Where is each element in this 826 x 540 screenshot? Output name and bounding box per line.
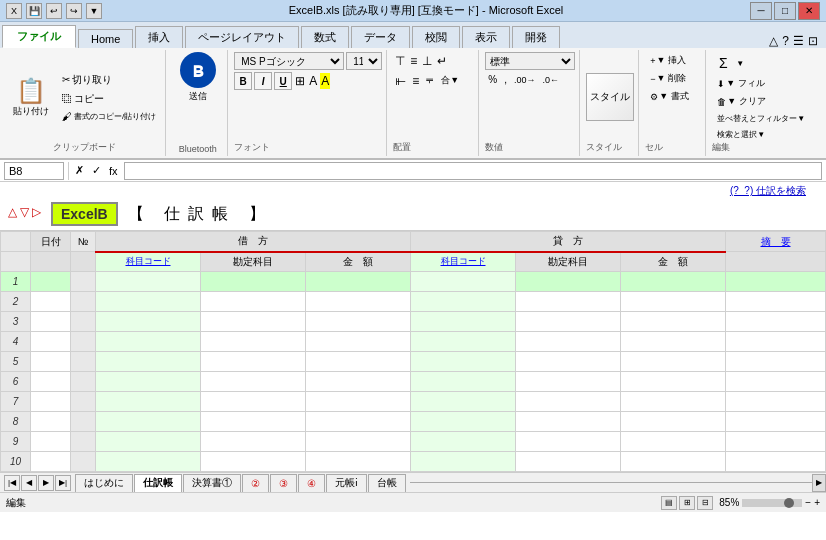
- fill-color-icon[interactable]: A: [320, 73, 330, 89]
- sheet-tab-はじめに[interactable]: はじめに: [75, 474, 133, 492]
- cut-button[interactable]: ✂ 切り取り: [57, 71, 161, 89]
- sheet-tab-②[interactable]: ②: [242, 474, 269, 492]
- align-right-icon[interactable]: ⫧: [422, 72, 438, 90]
- summary-cell[interactable]: [726, 272, 826, 292]
- save-icon[interactable]: 💾: [26, 3, 42, 19]
- debit-amount-cell[interactable]: [306, 312, 411, 332]
- credit-amount-cell[interactable]: [621, 372, 726, 392]
- debit-account-cell[interactable]: [201, 432, 306, 452]
- debit-header[interactable]: 借 方: [96, 232, 411, 252]
- debit-amount-cell[interactable]: [306, 412, 411, 432]
- no-cell[interactable]: [71, 292, 96, 312]
- tab-insert[interactable]: 挿入: [135, 26, 183, 48]
- page-break-view-button[interactable]: ⊟: [697, 496, 713, 510]
- debit-account-cell[interactable]: [201, 332, 306, 352]
- debit-account-cell[interactable]: [201, 452, 306, 472]
- credit-amount-cell[interactable]: [621, 332, 726, 352]
- percent-icon[interactable]: %: [485, 72, 500, 87]
- summary-cell[interactable]: [726, 352, 826, 372]
- credit-amount-cell[interactable]: [621, 412, 726, 432]
- confirm-formula-button[interactable]: ✓: [90, 164, 103, 177]
- credit-account-cell[interactable]: [516, 432, 621, 452]
- credit-amount-cell[interactable]: [621, 272, 726, 292]
- debit-code-cell[interactable]: [96, 272, 201, 292]
- debit-code-cell[interactable]: [96, 372, 201, 392]
- cell-reference-input[interactable]: [4, 162, 64, 180]
- decrease-decimal-icon[interactable]: .0←: [539, 73, 562, 87]
- summary-cell[interactable]: [726, 372, 826, 392]
- font-color-icon[interactable]: A: [308, 73, 318, 89]
- function-button[interactable]: fx: [107, 165, 120, 177]
- sheet-tab-③[interactable]: ③: [270, 474, 297, 492]
- page-layout-view-button[interactable]: ⊞: [679, 496, 695, 510]
- credit-code-cell[interactable]: [411, 272, 516, 292]
- debit-code-cell[interactable]: [96, 292, 201, 312]
- summary-cell[interactable]: [726, 452, 826, 472]
- debit-code-header[interactable]: 科目コード: [96, 252, 201, 272]
- align-middle-icon[interactable]: ≡: [408, 52, 419, 70]
- credit-account-cell[interactable]: [516, 352, 621, 372]
- align-left-icon[interactable]: ⫦: [393, 72, 409, 90]
- credit-account-cell[interactable]: [516, 412, 621, 432]
- date-cell[interactable]: [31, 292, 71, 312]
- find-select-button[interactable]: 検索と選択▼: [712, 127, 810, 142]
- window-restore-icon[interactable]: ⊡: [808, 34, 818, 48]
- credit-amount-cell[interactable]: [621, 312, 726, 332]
- sum-button[interactable]: Σ: [712, 52, 734, 74]
- sheet-tab-台帳[interactable]: 台帳: [368, 474, 406, 492]
- date-cell[interactable]: [31, 432, 71, 452]
- credit-account-cell[interactable]: [516, 332, 621, 352]
- date-cell[interactable]: [31, 272, 71, 292]
- debit-amount-header[interactable]: 金 額: [306, 252, 411, 272]
- debit-code-cell[interactable]: [96, 392, 201, 412]
- credit-account-cell[interactable]: [516, 452, 621, 472]
- debit-account-cell[interactable]: [201, 272, 306, 292]
- debit-code-cell[interactable]: [96, 452, 201, 472]
- style-button[interactable]: スタイル: [586, 73, 634, 121]
- date-cell[interactable]: [31, 392, 71, 412]
- sheet-nav-prev[interactable]: ◀: [21, 475, 37, 491]
- zoom-plus-button[interactable]: +: [814, 497, 820, 508]
- minimize-button[interactable]: ─: [750, 2, 772, 20]
- dropdown-icon[interactable]: ▼: [86, 3, 102, 19]
- credit-code-cell[interactable]: [411, 312, 516, 332]
- debit-account-cell[interactable]: [201, 352, 306, 372]
- sort-down-arrow[interactable]: ▽: [20, 205, 29, 219]
- summary-cell[interactable]: [726, 292, 826, 312]
- zoom-slider[interactable]: [742, 499, 802, 507]
- italic-button[interactable]: I: [254, 72, 272, 90]
- summary-cell[interactable]: [726, 332, 826, 352]
- debit-code-cell[interactable]: [96, 352, 201, 372]
- bold-button[interactable]: B: [234, 72, 252, 90]
- debit-amount-cell[interactable]: [306, 272, 411, 292]
- format-cells-button[interactable]: ⚙ ▼ 書式: [645, 88, 701, 105]
- align-bottom-icon[interactable]: ⊥: [420, 52, 434, 70]
- tab-page-layout[interactable]: ページレイアウト: [185, 26, 299, 48]
- merge-icon[interactable]: 合▼: [439, 72, 461, 90]
- date-cell[interactable]: [31, 452, 71, 472]
- date-cell[interactable]: [31, 312, 71, 332]
- credit-amount-header[interactable]: 金 額: [621, 252, 726, 272]
- debit-account-cell[interactable]: [201, 412, 306, 432]
- debit-amount-cell[interactable]: [306, 372, 411, 392]
- align-center-icon[interactable]: ≡: [410, 72, 421, 90]
- debit-amount-cell[interactable]: [306, 452, 411, 472]
- credit-account-cell[interactable]: [516, 292, 621, 312]
- search-journal-link[interactable]: (?_?) 仕訳を検索: [0, 182, 826, 198]
- debit-code-cell[interactable]: [96, 432, 201, 452]
- credit-code-cell[interactable]: [411, 352, 516, 372]
- date-cell[interactable]: [31, 352, 71, 372]
- credit-code-cell[interactable]: [411, 392, 516, 412]
- summary-cell[interactable]: [726, 392, 826, 412]
- maximize-button[interactable]: □: [774, 2, 796, 20]
- credit-amount-cell[interactable]: [621, 352, 726, 372]
- tab-file[interactable]: ファイル: [2, 25, 76, 48]
- credit-account-cell[interactable]: [516, 272, 621, 292]
- credit-code-cell[interactable]: [411, 452, 516, 472]
- format-painter-button[interactable]: 🖌 書式のコピー/貼り付け: [57, 109, 161, 124]
- credit-code-cell[interactable]: [411, 432, 516, 452]
- sum-dropdown[interactable]: ▼: [736, 59, 744, 68]
- border-icon[interactable]: ⊞: [294, 73, 306, 89]
- tab-home[interactable]: Home: [78, 29, 133, 48]
- sheet-nav-last[interactable]: ▶|: [55, 475, 71, 491]
